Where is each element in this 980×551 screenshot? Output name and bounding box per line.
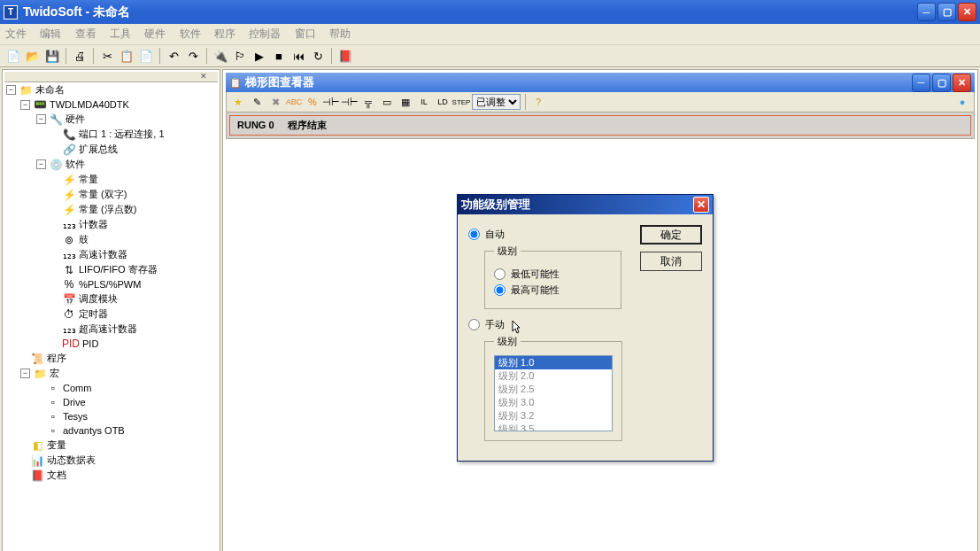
tree-sw-pid[interactable]: PIDPID (4, 337, 218, 351)
tool-ld-icon[interactable]: LD (435, 94, 451, 110)
minimize-button[interactable]: ─ (917, 3, 936, 21)
print-icon[interactable]: 🖨 (72, 48, 88, 64)
rung-0[interactable]: RUNG 0 程序结束 (229, 115, 971, 136)
tool-3-icon[interactable]: ✖ (267, 94, 283, 110)
level-item[interactable]: 级别 3.5 (495, 423, 612, 431)
tree-sw-sched[interactable]: 📅调度模块 (4, 291, 218, 307)
cut-icon[interactable]: ✂ (99, 48, 115, 64)
menu-controller[interactable]: 控制器 (249, 27, 281, 40)
manual-group: 级别 级别 1.0 级别 2.0 级别 2.5 级别 3.0 级别 3.2 级别… (484, 335, 622, 441)
level-item[interactable]: 级别 3.2 (495, 409, 612, 423)
tree-sw-hsc[interactable]: ₁₂₃高速计数器 (4, 247, 218, 262)
radio-manual[interactable]: 手动 (468, 318, 702, 331)
tree-macro[interactable]: −📁宏 (4, 366, 218, 381)
save-icon[interactable]: 💾 (44, 48, 60, 64)
tool-grid-icon[interactable]: ▦ (397, 94, 413, 110)
new-icon[interactable]: 📄 (5, 48, 21, 64)
rewind-icon[interactable]: ⏮ (290, 48, 306, 64)
radio-auto-input[interactable] (468, 229, 480, 240)
paste-icon[interactable]: 📄 (138, 48, 154, 64)
radio-highest-label: 最高可能性 (511, 283, 559, 297)
menu-software[interactable]: 软件 (180, 27, 201, 40)
undo-icon[interactable]: ↶ (166, 48, 181, 64)
child-minimize-button[interactable]: ─ (912, 74, 930, 92)
run-icon[interactable]: 🏳 (232, 48, 248, 64)
app-icon: T (4, 5, 18, 19)
tool-step-icon[interactable]: STEP (453, 94, 469, 110)
radio-lowest[interactable]: 最低可能性 (494, 268, 612, 281)
tree-sw-fifo[interactable]: ⇅LIFO/FIFO 寄存器 (4, 262, 218, 277)
tool-contact-icon[interactable]: ⊣⊢ (323, 94, 339, 110)
zoom-select[interactable]: 已调整 (472, 94, 521, 110)
play-icon[interactable]: ▶ (251, 48, 267, 64)
tree-doc[interactable]: 📕文档 (4, 468, 218, 483)
tree-hardware[interactable]: −🔧硬件 (4, 112, 218, 127)
tree-root[interactable]: −📁未命名 (4, 82, 218, 97)
tree-expbus[interactable]: 🔗扩展总线 (4, 142, 218, 157)
tree-sw-const[interactable]: ⚡常量 (4, 172, 218, 187)
child-close-button[interactable]: ✕ (953, 74, 971, 92)
menu-program[interactable]: 程序 (214, 27, 235, 40)
menu-help[interactable]: 帮助 (329, 27, 351, 40)
tool-2-icon[interactable]: ✎ (249, 94, 265, 110)
tree-software[interactable]: −💿软件 (4, 157, 218, 172)
tree-sw-float[interactable]: ⚡常量 (浮点数) (4, 202, 218, 217)
radio-highest-input[interactable] (494, 284, 505, 296)
tree-sw-counter[interactable]: ₁₂₃计数器 (4, 217, 218, 232)
redo-icon[interactable]: ↷ (185, 48, 201, 64)
tree-port[interactable]: 📞端口 1 : 远程连接, 1 (4, 127, 218, 142)
help-icon[interactable]: ? (530, 94, 546, 110)
tree-program[interactable]: 📜程序 (4, 351, 218, 366)
sync-icon[interactable]: ↻ (310, 48, 326, 64)
tree-dyn[interactable]: 📊动态数据表 (4, 453, 218, 468)
menu-file[interactable]: 文件 (5, 27, 27, 40)
dialog-title: 功能级别管理 (461, 197, 693, 213)
radio-lowest-input[interactable] (494, 268, 505, 280)
level-item[interactable]: 级别 1.0 (495, 356, 612, 369)
level-item[interactable]: 级别 2.5 (495, 383, 612, 396)
level-item[interactable]: 级别 3.0 (495, 396, 612, 409)
maximize-button[interactable]: ▢ (938, 3, 956, 21)
tree-header: ✕ (4, 72, 218, 82)
tree-vars[interactable]: ◧变量 (4, 438, 218, 453)
radio-highest[interactable]: 最高可能性 (494, 283, 612, 297)
menu-tools[interactable]: 工具 (110, 27, 131, 40)
tool-coil-icon[interactable]: ⊣⊢ (342, 94, 358, 110)
menu-window[interactable]: 窗口 (295, 27, 316, 40)
help-icon[interactable]: 📕 (337, 48, 353, 64)
tool-pct-icon[interactable]: % (305, 94, 320, 110)
tool-abc-icon[interactable]: ABC (286, 94, 302, 110)
main-toolbar: 📄 📂 💾 🖨 ✂ 📋 📄 ↶ ↷ 🔌 🏳 ▶ ■ ⏮ ↻ 📕 (0, 45, 980, 67)
menu-edit[interactable]: 编辑 (40, 27, 61, 40)
menu-view[interactable]: 查看 (75, 27, 96, 40)
tree-sw-dword[interactable]: ⚡常量 (双字) (4, 187, 218, 202)
tree-sw-pls[interactable]: %%PLS/%PWM (4, 277, 218, 291)
tree-sw-timer[interactable]: ⏱定时器 (4, 307, 218, 322)
radio-manual-input[interactable] (468, 319, 480, 330)
cancel-button[interactable]: 取消 (640, 252, 702, 271)
ok-button[interactable]: 确定 (640, 225, 702, 244)
level-list[interactable]: 级别 1.0 级别 2.0 级别 2.5 级别 3.0 级别 3.2 级别 3.… (494, 355, 613, 431)
dialog-titlebar: 功能级别管理 ✕ (458, 195, 713, 214)
close-button[interactable]: ✕ (958, 3, 976, 21)
tree-device[interactable]: −📟TWDLMDA40DTK (4, 97, 218, 112)
stop-icon[interactable]: ■ (271, 48, 287, 64)
dialog-close-button[interactable]: ✕ (693, 197, 709, 213)
tool-il-icon[interactable]: IL (416, 94, 432, 110)
tool-rung-icon[interactable]: ▭ (379, 94, 395, 110)
tree-sw-vhsc[interactable]: ₁₂₃超高速计数器 (4, 322, 218, 337)
tree-macro-otb[interactable]: ▫advantys OTB (4, 423, 218, 438)
open-icon[interactable]: 📂 (25, 48, 41, 64)
tree-macro-drive[interactable]: ▫Drive (4, 395, 218, 409)
project-tree[interactable]: ✕ −📁未命名 −📟TWDLMDA40DTK −🔧硬件 📞端口 1 : 远程连接… (2, 69, 220, 551)
copy-icon[interactable]: 📋 (119, 48, 135, 64)
child-maximize-button[interactable]: ▢ (932, 74, 951, 92)
tool-branch-icon[interactable]: ╦ (360, 94, 376, 110)
tree-sw-drum[interactable]: ⊚鼓 (4, 232, 218, 247)
tree-macro-tesys[interactable]: ▫Tesys (4, 409, 218, 423)
tree-macro-comm[interactable]: ▫Comm (4, 381, 218, 395)
tool-1-icon[interactable]: ★ (230, 94, 246, 110)
level-item[interactable]: 级别 2.0 (495, 369, 612, 383)
menu-hardware[interactable]: 硬件 (144, 27, 166, 40)
connect-icon[interactable]: 🔌 (212, 48, 228, 64)
